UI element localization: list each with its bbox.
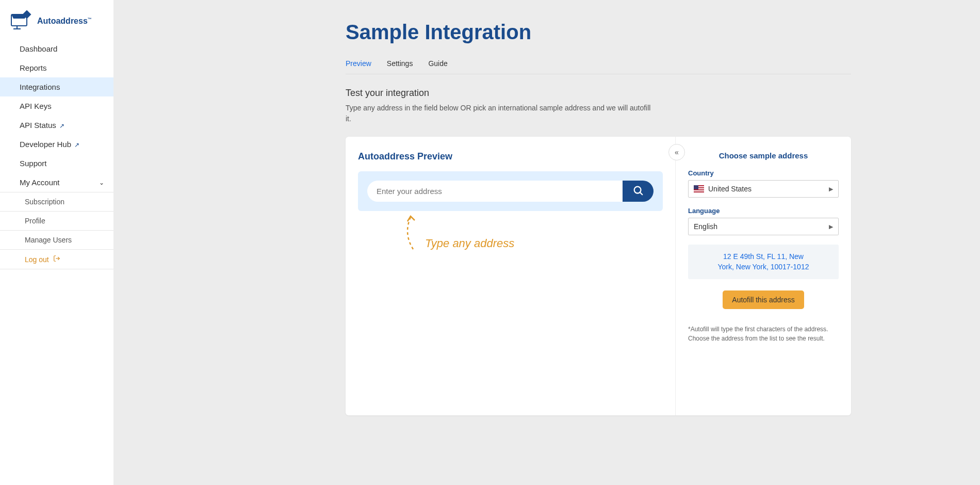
us-flag-icon <box>694 185 704 192</box>
sidebar: Autoaddress™ Dashboard Reports Integrati… <box>0 0 113 485</box>
tab-preview[interactable]: Preview <box>346 56 371 74</box>
chevron-left-double-icon: « <box>675 148 679 156</box>
sample-address-line2: York, New York, 10017-1012 <box>693 262 834 272</box>
country-value: United States <box>708 185 752 193</box>
nav-reports[interactable]: Reports <box>0 58 113 77</box>
nav-label: My Account <box>20 178 60 187</box>
external-link-icon: ↗ <box>59 122 64 130</box>
svg-line-7 <box>640 192 643 195</box>
subnav-profile[interactable]: Profile <box>0 212 113 231</box>
nav-label: Developer Hub <box>20 140 71 149</box>
nav-label: API Status <box>20 121 56 130</box>
country-label: Country <box>688 169 839 177</box>
sample-panel-title: Choose sample address <box>688 151 839 160</box>
tab-bar: Preview Settings Guide <box>346 56 851 74</box>
language-select[interactable]: English ▶ <box>688 218 839 235</box>
address-input[interactable] <box>367 181 623 202</box>
language-value: English <box>694 222 717 231</box>
page-title: Sample Integration <box>346 21 851 44</box>
nav-label: API Keys <box>20 102 52 110</box>
address-search-container <box>358 171 663 211</box>
tab-guide[interactable]: Guide <box>428 56 447 74</box>
hint-area: Type any address <box>358 216 663 263</box>
chevron-down-icon: ⌄ <box>99 179 104 186</box>
search-icon <box>632 185 644 198</box>
svg-rect-12 <box>694 185 698 189</box>
main-content: Sample Integration Preview Settings Guid… <box>113 0 980 485</box>
subnav-subscription[interactable]: Subscription <box>0 192 113 212</box>
hint-text: Type any address <box>425 237 514 250</box>
nav-label: Reports <box>20 63 47 72</box>
search-button[interactable] <box>623 181 654 202</box>
preview-panel: Autoaddress Preview <box>346 137 676 415</box>
brand-name: Autoaddress™ <box>37 17 92 26</box>
brand-logo-icon <box>9 10 34 32</box>
logout-label: Log out <box>25 255 49 264</box>
section-description: Type any address in the field below OR p… <box>346 103 655 124</box>
nav-label: Integrations <box>20 83 60 91</box>
nav-developer-hub[interactable]: Developer Hub↗ <box>0 135 113 154</box>
nav-api-keys[interactable]: API Keys <box>0 96 113 116</box>
language-label: Language <box>688 207 839 215</box>
sample-address-line1: 12 E 49th St, FL 11, New <box>693 252 834 262</box>
caret-right-icon: ▶ <box>829 186 833 192</box>
subnav-manage-users[interactable]: Manage Users <box>0 231 113 250</box>
section-heading: Test your integration <box>346 88 851 99</box>
sample-panel: « Choose sample address Country <box>676 137 851 415</box>
logout-icon <box>53 255 60 264</box>
caret-right-icon: ▶ <box>829 223 833 230</box>
sample-address-display: 12 E 49th St, FL 11, New York, New York,… <box>688 245 839 279</box>
nav-label: Support <box>20 159 47 168</box>
preview-panel-title: Autoaddress Preview <box>358 151 663 162</box>
account-subnav: Subscription Profile Manage Users Log ou… <box>0 192 113 269</box>
subnav-logout[interactable]: Log out <box>0 250 113 269</box>
brand-logo[interactable]: Autoaddress™ <box>0 0 113 39</box>
nav-dashboard[interactable]: Dashboard <box>0 39 113 58</box>
main-nav: Dashboard Reports Integrations API Keys … <box>0 39 113 269</box>
nav-integrations[interactable]: Integrations <box>0 77 113 96</box>
nav-api-status[interactable]: API Status↗ <box>0 116 113 135</box>
tab-settings[interactable]: Settings <box>387 56 413 74</box>
external-link-icon: ↗ <box>74 141 79 149</box>
collapse-panel-button[interactable]: « <box>668 144 685 160</box>
nav-support[interactable]: Support <box>0 154 113 173</box>
preview-panels: Autoaddress Preview <box>346 137 851 415</box>
hint-arrow-icon <box>400 213 421 256</box>
svg-rect-11 <box>694 190 704 191</box>
nav-my-account[interactable]: My Account ⌄ <box>0 173 113 192</box>
nav-label: Dashboard <box>20 44 57 53</box>
autofill-footnote: *Autofill will type the first characters… <box>688 325 839 343</box>
autofill-button[interactable]: Autofill this address <box>723 290 804 309</box>
country-select[interactable]: United States ▶ <box>688 180 839 198</box>
